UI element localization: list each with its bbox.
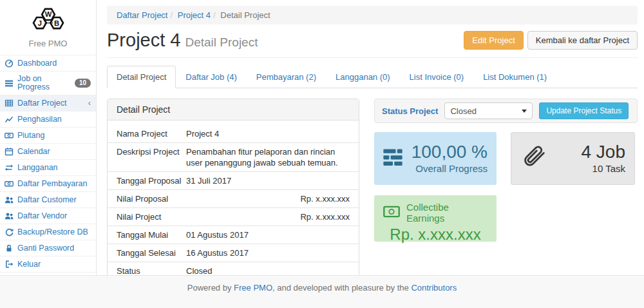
sidebar-item-label: Backup/Restore DB (17, 228, 88, 236)
content-row: Detail Project Nama Project Project 4 De… (107, 99, 638, 303)
money-icon (5, 131, 14, 140)
users-icon (5, 195, 14, 204)
logo-letter-w: W (44, 10, 52, 18)
sidebar-item-calendar[interactable]: Calendar (0, 144, 96, 160)
jobs-count-value: 4 Job (582, 142, 626, 162)
summary-cards-row: 100,00 % Overall Progress 4 Job 10 Task (374, 132, 638, 185)
sidebar-item-label: Piutang (17, 131, 44, 140)
tasks-count-caption: 10 Task (582, 162, 626, 175)
sidebar-menu: Dashboard Job on Progress 10 Daftar Proj… (0, 55, 96, 273)
detail-label: Nilai Proposal (117, 193, 186, 204)
sign-out-icon (5, 260, 14, 269)
breadcrumb: Daftar Project/ Project 4/ Detail Projec… (107, 6, 638, 24)
status-project-label: Status Project (382, 106, 438, 116)
earnings-caption: Collectibe Earnings (406, 202, 488, 224)
sidebar-item-piutang[interactable]: Piutang (0, 128, 96, 144)
logo-block: J W B .com Free PMO (0, 0, 96, 52)
page-header: Project 4Detail Project Edit Project Kem… (107, 30, 638, 58)
app-layout: J W B .com Free PMO Dashboard Job on Pro… (0, 0, 644, 275)
collectible-earnings-card: Collectibe Earnings Rp. x.xxx.xxx (374, 195, 497, 242)
detail-row-tanggal-mulai: Tanggal Mulai 01 Agustus 2017 (108, 226, 359, 244)
logo-suffix: .com (44, 21, 53, 24)
tasks-icon (5, 79, 14, 88)
table-icon (5, 99, 14, 108)
status-select[interactable]: Closed (444, 102, 533, 119)
edit-project-button[interactable]: Edit Project (464, 31, 523, 50)
detail-row-nilai-proposal: Nilai Proposal Rp. x.xxx.xxx (108, 189, 359, 207)
logo-letter-j: J (37, 19, 41, 27)
breadcrumb-link-daftar-project[interactable]: Daftar Project (117, 10, 167, 20)
detail-label: Tanggal Selesai (117, 247, 186, 258)
tab-list-invoice[interactable]: List Invoice (0) (400, 66, 474, 88)
sidebar-item-ganti-password[interactable]: Ganti Password (0, 240, 96, 256)
detail-project-panel: Detail Project Nama Project Project 4 De… (107, 99, 359, 303)
job-count-badge: 10 (75, 79, 91, 88)
detail-value: Penambahan fitur pelaporan dan rincian u… (186, 146, 350, 168)
overall-progress-caption: Overall Progress (412, 162, 488, 175)
tab-list-dokumen[interactable]: List Dokumen (1) (473, 66, 556, 88)
sidebar-item-daftar-vendor[interactable]: Daftar Vendor (0, 208, 96, 224)
sidebar-item-label: Daftar Project (17, 99, 66, 108)
right-column: Status Project Closed Update Project Sta… (374, 99, 638, 242)
chart-line-icon (5, 115, 14, 124)
breadcrumb-separator: / (211, 10, 218, 20)
update-project-status-button[interactable]: Update Project Status (539, 102, 629, 119)
earnings-card-header: Collectibe Earnings (383, 202, 488, 224)
breadcrumb-current: Detail Project (220, 10, 270, 20)
sidebar-item-daftar-customer[interactable]: Daftar Customer (0, 192, 96, 208)
sidebar-item-langganan[interactable]: Langganan (0, 160, 96, 176)
sidebar-item-dashboard[interactable]: Dashboard (0, 55, 96, 72)
tab-langganan[interactable]: Langganan (0) (326, 66, 400, 88)
page-title-group: Project 4Detail Project (107, 30, 258, 50)
detail-label: Tanggal Proposal (117, 175, 186, 186)
detail-row-nilai-project: Nilai Project Rp. x.xxx.xxx (108, 207, 359, 226)
sidebar-item-label: Dashboard (17, 59, 57, 68)
tasks-bars-icon (383, 149, 402, 169)
breadcrumb-link-project-4[interactable]: Project 4 (178, 10, 211, 20)
detail-value: 01 Agustus 2017 (186, 229, 350, 240)
tab-detail-project[interactable]: Detail Project (107, 66, 176, 88)
detail-label: Nilai Project (117, 211, 186, 222)
tab-bar: Detail Project Daftar Job (4) Pembayaran… (107, 66, 638, 88)
sidebar-item-daftar-pembayaran[interactable]: Daftar Pembayaran (0, 176, 96, 192)
sidebar-item-backup-restore[interactable]: Backup/Restore DB (0, 224, 96, 240)
sidebar: J W B .com Free PMO Dashboard Job on Pro… (0, 0, 97, 275)
dashboard-icon (5, 59, 14, 68)
detail-label: Deskripsi Project (117, 146, 186, 168)
detail-row-deskripsi-project: Deskripsi Project Penambahan fitur pelap… (108, 142, 359, 171)
detail-row-nama-project: Nama Project Project 4 (108, 125, 359, 142)
banknote-icon (383, 206, 400, 220)
caret-down-icon (522, 110, 527, 113)
free-pmo-link[interactable]: Free PMO (234, 283, 272, 293)
sidebar-item-label: Penghasilan (17, 115, 62, 124)
sidebar-item-label: Ganti Password (17, 244, 74, 253)
users-icon (5, 211, 14, 220)
jobs-card-text: 4 Job 10 Task (582, 142, 626, 175)
brand-name: Free PMO (0, 39, 96, 48)
contributors-link[interactable]: Contributors (411, 283, 457, 293)
tab-daftar-job[interactable]: Daftar Job (4) (176, 66, 246, 88)
back-to-project-list-button[interactable]: Kembali ke daftar Project (527, 31, 638, 50)
paperclip-icon (520, 143, 549, 174)
panel-title: Detail Project (108, 99, 359, 120)
footer: Powered by Free PMO, and developed with … (0, 275, 644, 308)
sidebar-item-penghasilan[interactable]: Penghasilan (0, 111, 96, 128)
detail-value: 31 Juli 2017 (186, 175, 350, 186)
sidebar-item-daftar-project[interactable]: Daftar Project ‹ (0, 95, 96, 111)
detail-value: 16 Agustus 2017 (186, 247, 350, 258)
sidebar-item-job-on-progress[interactable]: Job on Progress 10 (0, 72, 96, 95)
sidebar-item-keluar[interactable]: Keluar (0, 256, 96, 273)
sidebar-item-label: Daftar Vendor (17, 212, 67, 220)
sidebar-item-label: Job on Progress (17, 75, 71, 91)
logo-letter-b: B (54, 19, 59, 27)
main-content: Daftar Project/ Project 4/ Detail Projec… (97, 0, 644, 275)
lock-icon (5, 244, 14, 253)
detail-value: Rp. x.xxx.xxx (186, 193, 350, 204)
sidebar-item-label: Daftar Customer (17, 196, 77, 204)
sidebar-item-label: Keluar (17, 260, 41, 269)
status-project-well: Status Project Closed Update Project Sta… (374, 99, 638, 123)
jwb-logo-icon: J W B .com (27, 5, 70, 35)
footer-text: , and developed with pleasure by the (272, 283, 411, 293)
jobs-card: 4 Job 10 Task (511, 132, 635, 185)
tab-pembayaran[interactable]: Pembayaran (2) (247, 66, 326, 88)
